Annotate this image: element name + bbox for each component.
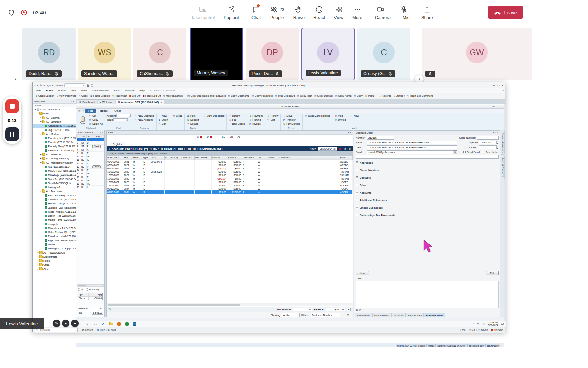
ribbon-payment-button[interactable]: $Payment: [248, 114, 263, 118]
tree-item-canberra-s-172-16-0-33[interactable]: Canberra - S - (172.16.0.33): [33, 197, 76, 201]
toolbar-open-session-button[interactable]: ▶Open Session: [35, 94, 55, 97]
register-table[interactable]: Post Date▲YearPeriodTypeLic #AAudit TyCo…: [107, 156, 353, 194]
camera-chevron-icon[interactable]: [386, 7, 389, 11]
menu-view[interactable]: View: [79, 88, 89, 93]
tree-item-milwaukee-jail-sc-172-16-1-10[interactable]: Milwaukee - Jail Sc 172.16.1.10: [33, 226, 76, 230]
send-mail-icon[interactable]: ✉: [453, 150, 457, 154]
menu-window[interactable]: Window: [122, 88, 137, 93]
participant-tile[interactable]: CCaShonda...: [133, 28, 186, 80]
toolbar-copy-username-button[interactable]: ▤Copy Username: [227, 94, 251, 97]
maximize-button[interactable]: □: [497, 84, 499, 87]
tree-item-al-baldwin[interactable]: ▸AL - Baldwin: [33, 116, 76, 120]
column-header-delinquent[interactable]: Delinquent: [242, 156, 257, 160]
pop-out-button[interactable]: Pop out: [219, 0, 243, 25]
section-other[interactable]: +Other: [356, 183, 496, 187]
expand-icon[interactable]: +: [356, 199, 358, 201]
side-tab-business-comments[interactable]: Business Comments: [501, 131, 505, 155]
tree-item-lisbon-tag-web-192-168-100[interactable]: Lisbon - Tag Web (192.168.100: [33, 214, 76, 218]
batch-row[interactable]: 14BUR: [77, 169, 104, 172]
ribbon-deposit-button[interactable]: $Deposit: [186, 118, 199, 122]
ribbon-edit-button[interactable]: ✎Edit: [266, 118, 279, 122]
volume-icon[interactable]: [482, 322, 486, 326]
annotation-pen-button[interactable]: ✎: [53, 320, 60, 327]
search-input[interactable]: [40, 329, 74, 331]
section-bankruptcy-tax-abatements[interactable]: +Bankruptcy / Tax Abatements: [356, 213, 496, 217]
ribbon-tab-home[interactable]: Home: [97, 109, 111, 113]
tree-item-memphis[interactable]: memphis: [33, 222, 76, 226]
tree-item-sheriff-mcsosql1[interactable]: Sheriff (MCSOSQL1): [33, 181, 76, 185]
ribbon-invoice-button[interactable]: ▤Invoice: [248, 122, 263, 126]
ribbon-tab-file[interactable]: File: [85, 109, 96, 113]
taskbar-app-1-icon[interactable]: [117, 322, 121, 326]
edit-icon[interactable]: ✎: [40, 84, 42, 87]
column-header-period[interactable]: Period: [132, 156, 142, 160]
expand-icon[interactable]: +: [356, 176, 358, 179]
tree-expander-icon[interactable]: ▾: [37, 112, 39, 114]
tree-expander-icon[interactable]: ▾: [39, 133, 42, 135]
column-header-group[interactable]: Group: [268, 156, 279, 160]
check-button[interactable]: Check: [92, 165, 101, 168]
state-number-input[interactable]: [477, 136, 499, 140]
ribbon-new-account-button[interactable]: +New Account: [134, 118, 155, 122]
taskbar-app-3-icon[interactable]: %: [132, 322, 137, 326]
tree-item-vienna[interactable]: vienna: [33, 242, 76, 246]
section-additional-references[interactable]: +Additional References: [356, 198, 496, 202]
batch-row[interactable]: 4STA: [77, 148, 104, 152]
batch-row[interactable]: 11BUIS: [77, 158, 104, 162]
info-icon[interactable]: i: [91, 84, 93, 87]
menu-help[interactable]: Help: [137, 88, 147, 93]
column-header[interactable]: AT: [81, 135, 87, 138]
tray-expand-icon[interactable]: ^: [473, 323, 474, 326]
close-icon[interactable]: ×: [73, 100, 74, 103]
tree-item-al-tuscaloosa[interactable]: ▾AL - Tuscaloosa: [33, 189, 76, 193]
refresh-icon[interactable]: ↻: [108, 308, 111, 311]
register-row[interactable]: 10/20/20212022YrIS$25.00$50.00FWRICHAR: [107, 173, 353, 177]
extra-input[interactable]: [356, 155, 499, 159]
register-row[interactable]: 12/06/20222023YrIS$25.00$50.00FWHOOPE: [107, 184, 353, 187]
session-tab-assurance-srt-192-168-3-140[interactable]: ▣Assurance SRT (192.168.3.140)×: [116, 99, 164, 104]
account-close-icon[interactable]: ×: [349, 147, 351, 151]
backup-status[interactable]: Backup: [491, 328, 503, 332]
mic-button[interactable]: Mic: [395, 0, 417, 25]
ribbon-details-button[interactable]: ≡Details: [186, 122, 199, 126]
tree-item-local-data-source[interactable]: ▾Local Data Source: [33, 107, 76, 111]
tree-item-al-madison[interactable]: ▾AL - Madison: [33, 132, 76, 136]
register-row[interactable]: 02/04/20212021YrIS00134414$25.00$25.00FW…: [107, 160, 353, 163]
tree-item-providence-jail-172-16-0-36[interactable]: Providence - Jail (172.16.0.36): [33, 234, 76, 238]
column-header-a[interactable]: A: [164, 156, 169, 160]
tree-expander-icon[interactable]: ▾: [39, 190, 42, 192]
ribbon-refund-button[interactable]: ↺Refund: [248, 118, 263, 122]
tree-item-office[interactable]: ▸Office: [33, 263, 76, 267]
column-header-balance[interactable]: Balance: [227, 156, 242, 160]
column-header-lic[interactable]: Lic #: [150, 156, 164, 160]
participant-tile[interactable]: WSSanders, Wan...: [78, 28, 131, 80]
register-row[interactable]: 12/06/20222023YrIS$25.00$25.00FWHOOPE: [107, 180, 353, 184]
taskbar-clock[interactable]: 10:08 AM 8/30/2024: [488, 321, 498, 327]
expand-icon[interactable]: +: [356, 206, 358, 209]
section-addresses[interactable]: +Addresses: [356, 160, 496, 165]
batch-row[interactable]: 13BUPCheck: [77, 165, 104, 169]
new-button[interactable]: New: [356, 271, 369, 275]
toolbar-copy-domain-button[interactable]: ▤Copy Domain: [313, 94, 334, 97]
annotation-add-button[interactable]: +: [71, 320, 79, 327]
edit-button[interactable]: Edit: [486, 271, 499, 275]
column-header-confirm[interactable]: Confirm #: [181, 156, 194, 160]
register-row[interactable]: 02/04/20212021YrIS$25.00$50.00FWWEBBS: [107, 163, 353, 167]
qat-save-icon[interactable]: ▤: [78, 109, 81, 112]
filter-grid-icon[interactable]: ⊞: [347, 313, 349, 317]
pin-icon[interactable]: ▫: [495, 131, 496, 134]
pause-recording-button[interactable]: [5, 127, 19, 141]
tree-item-al-tuscaloosa-city[interactable]: ▸AL - Tuscaloosa City: [33, 250, 76, 255]
tree-item-bern-probate-172-16-1-99[interactable]: Bern - Probate (172.16.1.99): [33, 193, 76, 197]
more-button[interactable]: More: [348, 0, 367, 25]
search-dropdown-icon[interactable]: ▾: [75, 329, 76, 331]
ribbon-pay-multiple-button[interactable]: $Pay Multiple: [282, 122, 301, 126]
close-icon[interactable]: ×: [102, 131, 103, 134]
register-hscrollbar[interactable]: [107, 303, 353, 306]
collapse-icon[interactable]: ▾: [348, 131, 349, 134]
ribbon-cut-button[interactable]: ✂Cut: [88, 114, 103, 118]
expand-icon[interactable]: +: [356, 161, 358, 164]
collapse-left-icon[interactable]: «: [108, 147, 110, 151]
column-header-post-date[interactable]: Post Date▲: [107, 156, 123, 160]
number-input[interactable]: 213816: [367, 136, 394, 140]
